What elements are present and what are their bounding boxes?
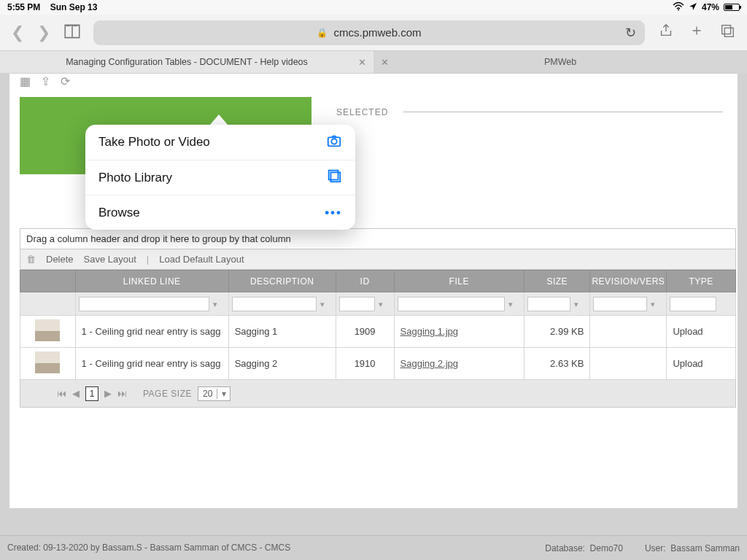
tab-help-videos[interactable]: Managing Configuration Tables - DOCUMENT… [0,51,374,73]
tab-pmweb[interactable]: ✕ PMWeb [374,51,747,73]
group-by-hint[interactable]: Drag a column header and drop it here to… [20,228,736,249]
cell-type: Upload [667,316,736,348]
popover-pointer [210,114,228,125]
close-icon[interactable]: ✕ [381,57,389,68]
data-table: LINKED LINE DESCRIPTION ID FILE SIZE REV… [20,270,736,380]
save-layout-button[interactable]: Save Layout [84,254,136,265]
col-thumb[interactable] [20,271,76,292]
file-link[interactable]: Sagging 1.jpg [400,326,459,337]
svg-rect-1 [722,26,731,34]
current-page[interactable]: 1 [85,386,98,401]
cell-linked: 1 - Ceiling grid near entry is sagg [75,348,228,380]
status-date: Sun Sep 13 [50,2,98,12]
table-row[interactable]: 1 - Ceiling grid near entry is sagg Sagg… [20,348,736,380]
footer-created: Created: 09-13-2020 by Bassam.S - Bassam… [7,542,290,553]
ios-status-bar: 5:55 PM Sun Sep 13 47% [0,0,747,15]
new-tab-icon[interactable] [687,23,706,42]
filter-type[interactable] [670,297,716,311]
col-type[interactable]: TYPE [667,271,736,292]
last-page-button[interactable]: ⏭ [117,388,127,399]
safari-tab-strip: Managing Configuration Tables - DOCUMENT… [0,51,747,73]
filter-size[interactable] [527,297,570,311]
col-size[interactable]: SIZE [525,271,590,292]
cell-description: Sagging 2 [228,348,336,380]
grid-toolbar: 🗑 Delete Save Layout | Load Default Layo… [20,249,736,270]
app-toolbar-partial: ▦ ⇪ ⟳ [9,74,738,88]
bookmarks-icon[interactable] [63,22,82,44]
app-footer: Created: 09-13-2020 by Bassam.S - Bassam… [0,535,747,560]
filter-row: ▾ ▾ ▾ ▾ ▾ ▾ [20,292,736,316]
close-icon[interactable]: ✕ [358,57,366,68]
browse-option[interactable]: Browse ••• [85,195,355,230]
wifi-icon [673,2,684,13]
tabs-icon[interactable] [718,23,737,42]
next-page-button[interactable]: ▶ [104,388,112,399]
take-photo-option[interactable]: Take Photo or Video [85,125,355,160]
address-bar[interactable]: 🔒 cmcs.pmweb.com ↻ [93,20,645,45]
toolbar-icon[interactable]: ▦ [20,74,31,88]
option-label: Browse [98,206,140,220]
col-file[interactable]: FILE [394,271,525,292]
filter-icon[interactable]: ▾ [570,300,582,309]
svg-rect-2 [724,28,733,36]
reload-icon[interactable]: ↻ [625,25,636,41]
selected-section-label: SELECTED [336,107,388,117]
first-page-button[interactable]: ⏮ [57,388,66,399]
col-revision[interactable]: REVISION/VERS [590,271,667,292]
filter-icon[interactable]: ▾ [375,300,387,309]
footer-user: User: Bassam Samman [645,543,740,553]
col-description[interactable]: DESCRIPTION [228,271,336,292]
filter-id[interactable] [339,297,375,311]
more-icon: ••• [325,206,342,220]
attachments-grid: Drag a column header and drop it here to… [20,228,736,408]
toolbar-separator: | [147,254,149,265]
tab-label: Managing Configuration Tables - DOCUMENT… [66,57,308,67]
cell-revision [590,348,667,380]
filter-icon[interactable]: ▾ [505,300,516,309]
trash-icon[interactable]: 🗑 [26,254,36,265]
filter-description[interactable] [232,297,317,311]
col-linked-line[interactable]: LINKED LINE [75,271,228,292]
prev-page-button[interactable]: ◀ [72,388,80,399]
file-link[interactable]: Sagging 2.jpg [400,358,459,369]
content-panel: ▦ ⇪ ⟳ SELECTED Take Photo or Video Photo… [9,73,738,509]
filter-icon[interactable]: ▾ [317,300,328,309]
svg-point-0 [678,9,679,10]
safari-toolbar: ❮ ❯ 🔒 cmcs.pmweb.com ↻ [0,15,747,51]
page-size-label: PAGE SIZE [143,389,192,399]
grid-pager: ⏮ ◀ 1 ▶ ⏭ PAGE SIZE 20 ▾ [20,380,736,408]
filter-revision[interactable] [593,297,647,311]
filter-file[interactable] [398,297,506,311]
forward-button[interactable]: ❯ [36,23,51,42]
tab-label: PMWeb [544,57,576,67]
file-source-popover: Take Photo or Video Photo Library Browse… [85,125,355,230]
page-area: ▦ ⇪ ⟳ SELECTED Take Photo or Video Photo… [0,73,747,560]
toolbar-icon[interactable]: ⟳ [61,74,70,88]
header-row: LINKED LINE DESCRIPTION ID FILE SIZE REV… [20,271,736,292]
col-id[interactable]: ID [336,271,394,292]
camera-icon [326,133,342,152]
location-icon [689,2,697,13]
delete-button[interactable]: Delete [46,254,74,265]
cell-id: 1909 [336,316,394,348]
filter-icon[interactable]: ▾ [209,300,221,309]
cell-linked: 1 - Ceiling grid near entry is sagg [75,316,228,348]
option-label: Take Photo or Video [98,135,210,149]
photo-library-icon [326,168,342,187]
footer-database: Database: Demo70 [545,543,623,553]
table-row[interactable]: 1 - Ceiling grid near entry is sagg Sagg… [20,316,736,348]
statusbar-left: 5:55 PM Sun Sep 13 [7,2,97,12]
load-default-layout-button[interactable]: Load Default Layout [159,254,244,265]
filter-linked[interactable] [79,297,209,311]
photo-library-option[interactable]: Photo Library [85,160,355,195]
cell-revision [590,316,667,348]
battery-icon [724,4,740,11]
share-icon[interactable] [657,23,676,42]
toolbar-icon[interactable]: ⇪ [41,74,50,88]
back-button[interactable]: ❮ [10,23,25,42]
thumbnail-icon [35,351,60,373]
filter-icon[interactable]: ▾ [647,300,659,309]
cell-type: Upload [667,348,736,380]
chevron-down-icon: ▾ [217,389,230,399]
page-size-select[interactable]: 20 ▾ [198,386,231,401]
